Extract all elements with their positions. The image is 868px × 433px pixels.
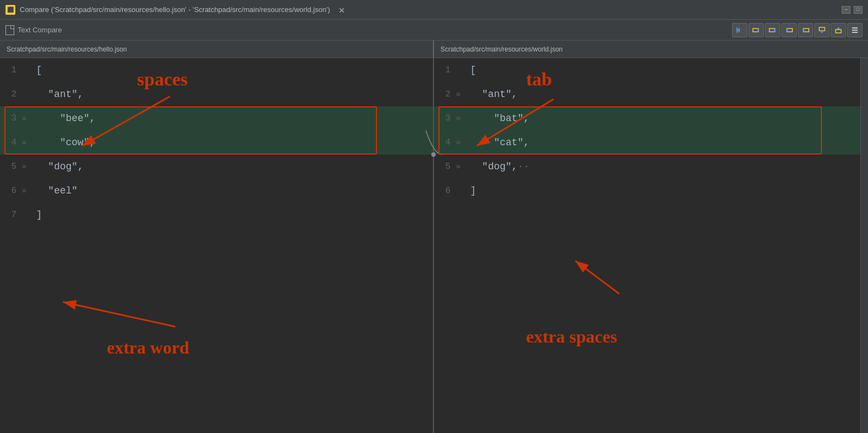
diff-container: 1 [ 2 "ant", 3 » "bee", 4 » "cow", 5 » " xyxy=(0,58,868,433)
document-icon xyxy=(5,25,14,35)
close-tab-icon[interactable]: ✕ xyxy=(339,4,345,16)
right-marker-4: » xyxy=(456,138,470,147)
settings-button[interactable] xyxy=(847,23,863,37)
nav-prev-change-button[interactable] xyxy=(749,23,764,37)
left-linenum-2: 2 xyxy=(0,89,22,99)
left-content-1: [ xyxy=(36,65,42,76)
left-line-5: 5 » "dog", xyxy=(0,155,433,179)
left-marker-2 xyxy=(22,90,36,99)
left-line-7: 7 ] xyxy=(0,203,433,227)
title-bar: ⬛ Compare ('Scratchpad/src/main/resource… xyxy=(0,0,868,20)
right-line-4: 4 » "cat", xyxy=(434,130,868,155)
right-marker-2: » xyxy=(456,90,470,99)
svg-rect-16 xyxy=(852,32,858,33)
right-content-5: "dog",·· xyxy=(470,161,529,172)
right-marker-1 xyxy=(456,66,470,75)
toolbar-label: Text Compare xyxy=(5,25,62,35)
copy-down-button[interactable] xyxy=(814,23,830,37)
left-content-6: "eel" xyxy=(36,185,78,196)
left-line-6: 6 » "eel" xyxy=(0,179,433,203)
left-content-5: "dog", xyxy=(36,161,83,172)
app-icon: ⬛ xyxy=(5,5,15,15)
nav-next-button[interactable] xyxy=(781,23,797,37)
svg-point-17 xyxy=(431,152,436,157)
svg-marker-11 xyxy=(820,31,824,33)
left-marker-3: » xyxy=(22,114,36,123)
toolbar-text: Text Compare xyxy=(18,26,62,34)
left-linenum-4: 4 xyxy=(0,138,22,147)
left-content-3: "bee", xyxy=(36,113,95,124)
window-controls: ─ □ xyxy=(842,6,863,14)
svg-rect-10 xyxy=(819,27,825,31)
right-content-4: "cat", xyxy=(470,137,529,148)
left-marker-7 xyxy=(22,210,36,219)
left-line-1: 1 [ xyxy=(0,58,433,82)
svg-rect-15 xyxy=(852,30,858,31)
window-title: Compare ('Scratchpad/src/main/resources/… xyxy=(20,5,330,14)
right-content-1: [ xyxy=(470,65,476,76)
left-linenum-6: 6 xyxy=(0,186,22,196)
right-line-6: 6 ] xyxy=(434,179,868,203)
toolbar-buttons xyxy=(732,23,863,37)
right-line-5: 5 » "dog",·· xyxy=(434,155,868,179)
left-content-7: ] xyxy=(36,209,42,220)
left-line-3: 3 » "bee", xyxy=(0,106,433,130)
left-diff-pane[interactable]: 1 [ 2 "ant", 3 » "bee", 4 » "cow", 5 » " xyxy=(0,58,434,433)
left-filename: Scratchpad/src/main/resources/hello.json xyxy=(7,45,127,53)
title-bar-left: ⬛ Compare ('Scratchpad/src/main/resource… xyxy=(5,4,345,16)
right-line-1: 1 [ xyxy=(434,58,868,82)
left-content-2: "ant", xyxy=(36,89,83,100)
nav-next-change-button[interactable] xyxy=(798,23,813,37)
left-marker-1 xyxy=(22,66,36,75)
left-file-header: Scratchpad/src/main/resources/hello.json xyxy=(0,41,434,58)
minimize-button[interactable]: ─ xyxy=(842,6,850,14)
nav-first-button[interactable] xyxy=(732,23,747,37)
right-line-2: 2 » "ant", xyxy=(434,82,868,106)
left-content-4: "cow", xyxy=(36,137,95,148)
svg-rect-13 xyxy=(836,30,841,33)
diff-connector xyxy=(426,58,442,433)
right-line-3: 3 » "bat", xyxy=(434,106,868,130)
maximize-button[interactable]: □ xyxy=(854,6,863,14)
left-linenum-3: 3 xyxy=(0,113,22,123)
toolbar: Text Compare xyxy=(0,20,868,41)
left-line-2: 2 "ant", xyxy=(0,82,433,106)
copy-up-button[interactable] xyxy=(831,23,846,37)
right-content-3: "bat", xyxy=(470,113,529,124)
nav-prev-button[interactable] xyxy=(765,23,780,37)
svg-rect-1 xyxy=(736,27,738,33)
left-linenum-5: 5 xyxy=(0,162,22,172)
left-marker-6: » xyxy=(22,186,36,195)
left-linenum-7: 7 xyxy=(0,210,22,220)
right-content-2: "ant", xyxy=(470,89,517,100)
right-file-header: Scratchpad/src/main/resources/world.json xyxy=(434,41,868,58)
file-headers: Scratchpad/src/main/resources/hello.json… xyxy=(0,41,868,58)
left-linenum-1: 1 xyxy=(0,65,22,75)
right-diff-pane[interactable]: 1 [ 2 » "ant", 3 » "bat", 4 » "cat", 5 »… xyxy=(434,58,868,433)
right-scrollbar[interactable] xyxy=(860,58,868,433)
right-marker-3: » xyxy=(456,114,470,123)
svg-rect-14 xyxy=(852,27,858,29)
right-marker-6 xyxy=(456,186,470,195)
right-marker-5: » xyxy=(456,162,470,171)
right-content-6: ] xyxy=(470,185,476,196)
left-line-4: 4 » "cow", xyxy=(0,130,433,155)
left-marker-4: » xyxy=(22,138,36,147)
right-filename: Scratchpad/src/main/resources/world.json xyxy=(441,45,563,53)
left-marker-5: » xyxy=(22,162,36,171)
